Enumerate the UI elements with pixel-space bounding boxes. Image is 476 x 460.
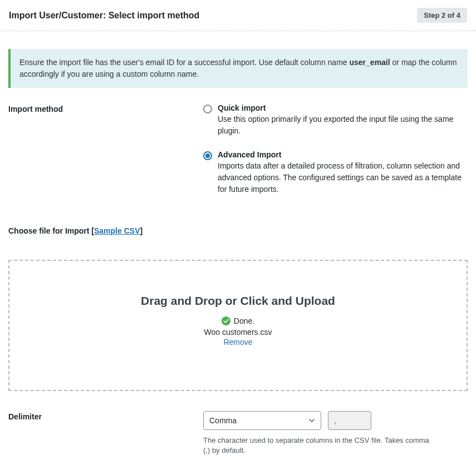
import-method-radio-group: Quick import Use this option primarily i… <box>203 103 468 195</box>
file-dropzone[interactable]: Drag and Drop or Click and Upload Done. … <box>8 260 468 391</box>
dropzone-title: Drag and Drop or Click and Upload <box>21 294 455 308</box>
radio-input-quick[interactable] <box>203 105 212 113</box>
info-text-before: Ensure the import file has the user's em… <box>19 58 349 67</box>
page-title: Import User/Customer: Select import meth… <box>9 11 199 21</box>
import-method-section: Import method Quick import Use this opti… <box>8 103 468 195</box>
delimiter-help-text: The character used to separate columns i… <box>203 436 437 456</box>
radio-quick-desc: Use this option primarily if you exporte… <box>218 113 468 137</box>
step-badge: Step 2 of 4 <box>417 8 467 23</box>
radio-advanced-desc: Imports data after a detailed process of… <box>218 160 468 195</box>
radio-quick-title: Quick import <box>218 103 468 112</box>
upload-done-line: Done. <box>222 316 254 325</box>
choose-file-prefix: Choose file for Import [ <box>8 226 94 235</box>
check-circle-icon <box>222 316 230 325</box>
choose-file-label: Choose file for Import [Sample CSV] <box>8 226 468 235</box>
chevron-down-icon <box>308 417 315 424</box>
remove-file-link[interactable]: Remove <box>21 338 455 347</box>
import-method-label: Import method <box>8 103 192 195</box>
info-notice: Ensure the import file has the user's em… <box>8 49 468 88</box>
delimiter-select[interactable]: Comma <box>203 411 321 430</box>
radio-advanced-import[interactable]: Advanced Import Imports data after a det… <box>203 150 468 195</box>
delimiter-section: Delimiter Comma The character used to se… <box>8 411 468 456</box>
uploaded-file-name: Woo customers.csv <box>21 328 455 337</box>
delimiter-input[interactable] <box>328 411 371 430</box>
delimiter-label: Delimiter <box>8 411 192 456</box>
main-content: Ensure the import file has the user's em… <box>0 49 476 460</box>
page-header: Import User/Customer: Select import meth… <box>0 0 476 31</box>
sample-csv-link[interactable]: Sample CSV <box>94 226 140 235</box>
done-text: Done. <box>234 316 254 325</box>
radio-advanced-title: Advanced Import <box>218 150 468 159</box>
info-bold-columnname: user_email <box>349 58 390 67</box>
radio-quick-import[interactable]: Quick import Use this option primarily i… <box>203 103 468 137</box>
delimiter-select-value: Comma <box>209 416 237 425</box>
radio-input-advanced[interactable] <box>203 151 212 160</box>
choose-file-suffix: ] <box>140 226 143 235</box>
